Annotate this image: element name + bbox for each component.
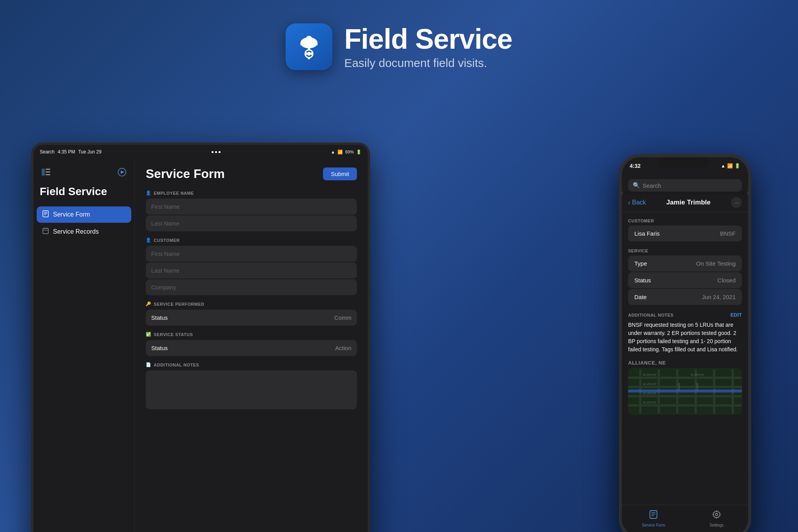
app-title: Field Service — [344, 24, 512, 55]
sidebar-item-service-records-label: Service Records — [53, 228, 99, 235]
customer-company-field[interactable]: Company — [146, 279, 357, 295]
ipad-signal-label: Search — [40, 149, 55, 155]
sidebar-toggle-icon[interactable] — [40, 167, 52, 178]
iphone-nav-action-button[interactable]: ··· — [731, 197, 742, 208]
notes-edit-button[interactable]: EDIT — [730, 312, 742, 318]
svg-rect-10 — [46, 169, 50, 170]
service-status-label-header: ✅ SERVICE STATUS — [146, 332, 357, 337]
app-icon — [286, 23, 332, 70]
sidebar-item-service-form[interactable]: Service Form — [37, 206, 131, 223]
service-form-icon — [42, 210, 49, 219]
iphone-time: 4:32 — [630, 163, 641, 169]
devices-section: Search 4:35 PM Tue Jun 29 ▲ 📶 69% 🔋 — [0, 111, 798, 532]
iphone-map-section: ALLIANCE, NE — [622, 360, 748, 421]
iphone-service-section-header: SERVICE — [622, 242, 748, 255]
service-date-label: Date — [634, 294, 647, 300]
customer-last-name-field[interactable]: Last Name — [146, 262, 357, 278]
svg-text:W 15TH ST: W 15TH ST — [691, 373, 704, 376]
iphone-device: 4:32 ▲ 📶 🔋 🔍 Search ‹ Back — [619, 154, 751, 532]
service-action-value: Action — [335, 345, 351, 351]
iphone-service-date: Date Jun 24, 2021 — [628, 289, 742, 305]
notes-icon: 📄 — [146, 362, 152, 367]
sidebar-item-service-records[interactable]: Service Records — [37, 224, 131, 240]
customer-company: BNSF — [720, 230, 736, 237]
service-status-label: Status — [634, 277, 651, 284]
employee-name-label: 👤 EMPLOYEE NAME — [146, 190, 357, 196]
service-status-icon: ✅ — [146, 332, 152, 337]
ipad-main-header: Service Form Submit — [146, 167, 357, 181]
employee-first-name-field[interactable]: First Name — [146, 199, 357, 215]
ipad-battery-icon: 🔋 — [356, 150, 362, 155]
svg-rect-24 — [628, 377, 742, 379]
iphone-signal-icon: ▲ — [721, 163, 726, 169]
ipad-signal-icon: ▲ — [331, 150, 335, 154]
sidebar-toggle-row — [34, 164, 134, 182]
sidebar-title: Field Service — [34, 182, 134, 206]
iphone-nav-title: Jamie Trimble — [666, 199, 710, 206]
service-performed-icon: 🔑 — [146, 301, 152, 307]
tab-service-form-icon — [649, 510, 658, 521]
ipad-dot-3 — [219, 151, 221, 153]
notes-header-label: ADDITIONAL NOTES — [628, 313, 674, 317]
submit-button[interactable]: Submit — [323, 167, 357, 180]
tab-settings[interactable]: Settings — [705, 510, 728, 527]
ipad-status-center — [101, 151, 331, 153]
service-status-section: ✅ SERVICE STATUS Status Action — [146, 332, 357, 356]
app-header: Field Service Easily document field visi… — [286, 23, 512, 70]
sidebar-item-service-form-label: Service Form — [53, 211, 90, 218]
service-type-value: On Site Testing — [696, 260, 736, 267]
search-placeholder: Search — [643, 182, 661, 189]
iphone-notch — [662, 157, 708, 168]
employee-last-name-field[interactable]: Last Name — [146, 215, 357, 231]
ipad-device: Search 4:35 PM Tue Jun 29 ▲ 📶 69% 🔋 — [31, 143, 370, 532]
iphone-search-bar[interactable]: 🔍 Search — [628, 179, 742, 192]
service-date-value: Jun 24, 2021 — [702, 294, 736, 300]
tab-service-form-label: Service Form — [642, 523, 665, 527]
svg-rect-15 — [43, 211, 48, 217]
notes-textarea[interactable] — [146, 370, 357, 409]
svg-text:W 15TH ST: W 15TH ST — [643, 373, 657, 376]
additional-notes-section: 📄 ADDITIONAL NOTES — [146, 362, 357, 409]
customer-name: Lisa Faris — [634, 230, 660, 237]
service-action-label: Status — [151, 345, 168, 351]
ipad-main-content: Service Form Submit 👤 EMPLOYEE NAME Firs… — [135, 159, 368, 532]
ipad-body: Field Service Service Form — [34, 159, 368, 532]
tab-settings-label: Settings — [710, 523, 724, 527]
iphone-back-button[interactable]: ‹ Back — [628, 199, 646, 207]
ipad-page-title: Service Form — [146, 167, 225, 181]
iphone-frame: 4:32 ▲ 📶 🔋 🔍 Search ‹ Back — [619, 154, 751, 532]
svg-text:W 14TH ST: W 14TH ST — [643, 383, 657, 386]
svg-rect-42 — [650, 511, 657, 518]
service-status-field[interactable]: Status Comm — [146, 310, 357, 326]
iphone-tab-bar: Service Form Settings — [622, 505, 748, 532]
iphone-status-right: ▲ 📶 🔋 — [721, 163, 740, 169]
map-thumbnail[interactable]: W 15TH ST W 15TH ST W 14TH ST W 12TH ST … — [628, 368, 742, 415]
service-records-icon — [42, 227, 49, 236]
iphone-service-type: Type On Site Testing — [628, 255, 742, 271]
tab-service-form[interactable]: Service Form — [642, 510, 665, 527]
iphone-content: CUSTOMER Lisa Faris BNSF SERVICE Type On… — [622, 212, 748, 528]
iphone-wifi-icon: 📶 — [727, 163, 733, 169]
location-label: ALLIANCE, NE — [628, 360, 742, 366]
sidebar-compose-icon[interactable] — [116, 167, 128, 178]
svg-point-4 — [307, 52, 311, 56]
service-status-value: Comm — [334, 314, 351, 321]
ipad-status-left: Search 4:35 PM Tue Jun 29 — [40, 149, 101, 155]
app-subtitle: Easily document field visits. — [344, 56, 512, 70]
svg-rect-25 — [628, 386, 742, 388]
ipad-sidebar: Field Service Service Form — [34, 159, 135, 532]
hero-section: Field Service Easily document field visi… — [0, 0, 798, 86]
customer-section: 👤 CUSTOMER First Name Last Name Company — [146, 238, 357, 295]
ipad-status-bar: Search 4:35 PM Tue Jun 29 ▲ 📶 69% 🔋 — [34, 145, 368, 159]
svg-rect-5 — [308, 48, 310, 51]
iphone-notes-section: ADDITIONAL NOTES EDIT BNSF requested tes… — [622, 306, 748, 360]
customer-first-name-field[interactable]: First Name — [146, 246, 357, 262]
service-status-label: Status — [151, 314, 168, 321]
ipad-dot-2 — [215, 151, 217, 153]
service-action-field[interactable]: Status Action — [146, 340, 357, 356]
tab-settings-icon — [712, 510, 721, 521]
additional-notes-label: 📄 ADDITIONAL NOTES — [146, 362, 357, 367]
customer-label: 👤 CUSTOMER — [146, 238, 357, 243]
employee-icon: 👤 — [146, 190, 152, 196]
svg-rect-19 — [43, 228, 48, 234]
